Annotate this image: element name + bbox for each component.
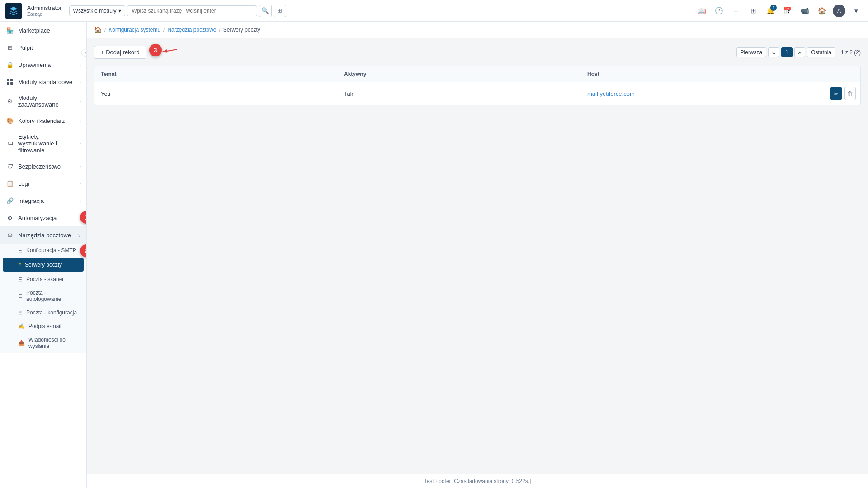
- chevron-down-icon: ∨: [78, 233, 81, 238]
- sidebar-label-etykiety: Etykiety, wyszukiwanie i filtrowanie: [18, 133, 76, 154]
- host-link[interactable]: mail.yetiforce.com: [587, 90, 635, 97]
- clock-icon[interactable]: 🕐: [712, 5, 725, 17]
- sidebar-submenu-item-poczta-konfiguracja[interactable]: ⊟ Poczta - konfiguracja: [0, 306, 86, 319]
- table-header: Temat Aktywny Host: [94, 66, 860, 82]
- cell-host: mail.yetiforce.com: [581, 86, 824, 102]
- sidebar-item-pulpit[interactable]: ⊞ Pulpit: [0, 39, 86, 56]
- automatyzacja-wrapper: ⚙ Automatyzacja › 1: [0, 209, 86, 226]
- chevron-right-icon: ›: [80, 198, 81, 203]
- table-icon[interactable]: ⊞: [747, 5, 760, 17]
- pagination-first[interactable]: Pierwsza: [736, 47, 767, 57]
- delete-button[interactable]: 🗑: [844, 87, 856, 100]
- logo[interactable]: [5, 3, 22, 19]
- topbar: Administrator Zarząd Wszystkie moduły ▾ …: [0, 0, 868, 22]
- svg-rect-2: [7, 82, 9, 85]
- user-role: Zarząd: [27, 11, 62, 17]
- sidebar-label-automatyzacja: Automatyzacja: [18, 215, 76, 221]
- logi-icon: 📋: [5, 179, 14, 188]
- pagination-last[interactable]: Ostatnia: [807, 47, 835, 57]
- serwery-icon: ≡: [18, 262, 21, 268]
- sidebar-collapse-button[interactable]: ‹: [81, 49, 87, 57]
- sidebar-item-uprawnienia[interactable]: 🔒 Uprawnienia ›: [0, 56, 86, 73]
- page-content: + Dodaj rekord 3 Pierwsza « 1 » Ostatnia…: [87, 38, 868, 474]
- bell-icon[interactable]: 🔔 1: [764, 5, 777, 17]
- avatar[interactable]: A: [833, 5, 845, 17]
- chevron-right-icon: ›: [80, 216, 81, 221]
- calendar-icon[interactable]: 📅: [781, 5, 794, 17]
- toolbar: + Dodaj rekord 3 Pierwsza « 1 » Ostatnia…: [94, 46, 861, 59]
- sidebar-item-bezpieczenstwo[interactable]: 🛡 Bezpieczeństwo ›: [0, 158, 86, 175]
- search-icon: 🔍: [261, 7, 269, 14]
- smtp-icon: ⊟: [18, 247, 23, 253]
- plus-icon[interactable]: +: [730, 5, 742, 17]
- edit-icon: ✏: [834, 90, 839, 97]
- label-konfiguracja-smtp: Konfiguracja - SMTP: [26, 247, 76, 253]
- cell-aktywny: Tak: [338, 86, 581, 102]
- footer-text: Test Footer [Czas ładowania strony: 0.52…: [424, 478, 531, 484]
- chevron-down-icon[interactable]: ▾: [850, 5, 863, 17]
- sidebar-item-logi[interactable]: 📋 Logi ›: [0, 175, 86, 192]
- sidebar-submenu-item-wiadomosci[interactable]: 📤 Wiadomości do wysłania: [0, 333, 86, 353]
- grid-icon: ⊞: [277, 7, 282, 14]
- col-header-actions: [824, 66, 860, 82]
- sidebar-submenu-item-poczta-skaner[interactable]: ⊟ Poczta - skaner: [0, 272, 86, 286]
- add-record-button[interactable]: + Dodaj rekord: [94, 46, 146, 59]
- sidebar: ‹ 🏪 Marketplace ⊞ Pulpit 🔒 Uprawnienia ›…: [0, 22, 87, 488]
- topbar-actions: 📖 🕐 + ⊞ 🔔 1 📅 📹 🏠 A ▾: [695, 5, 863, 17]
- pagination-info: 1 z 2 (2): [841, 49, 861, 56]
- sidebar-item-kolory[interactable]: 🎨 Kolory i kalendarz ›: [0, 112, 86, 129]
- breadcrumb-narzedzia-pocztowe[interactable]: Narzędzia pocztowe: [167, 27, 216, 33]
- sidebar-item-moduly-standardowe[interactable]: Moduły standardowe ›: [0, 73, 86, 90]
- moduly-std-icon: [5, 77, 14, 86]
- grid-view-button[interactable]: ⊞: [274, 5, 286, 17]
- sidebar-item-automatyzacja[interactable]: ⚙ Automatyzacja ›: [0, 209, 86, 226]
- pagination-current[interactable]: 1: [781, 47, 793, 57]
- sidebar-item-moduly-zaawansowane[interactable]: ⚙ Moduły zaawansowane ›: [0, 90, 86, 112]
- home-breadcrumb-icon[interactable]: 🏠: [94, 26, 102, 33]
- sidebar-submenu-item-podpis-email[interactable]: ✍ Podpis e-mail: [0, 319, 86, 333]
- konfiguracja-smtp-wrapper: ⊟ Konfiguracja - SMTP 2: [0, 244, 86, 257]
- narzedzia-icon: ✉: [5, 230, 14, 239]
- col-header-aktywny: Aktywny: [338, 66, 581, 82]
- sidebar-label-uprawnienia: Uprawnienia: [18, 61, 76, 68]
- label-podpis-email: Podpis e-mail: [28, 323, 61, 329]
- breadcrumb-konfiguracja-systemu[interactable]: Konfiguracja systemu: [108, 27, 160, 33]
- search-input[interactable]: [127, 5, 257, 16]
- breadcrumb-sep-3: /: [219, 27, 220, 33]
- label-wiadomosci: Wiadomości do wysłania: [28, 337, 81, 349]
- bezp-icon: 🛡: [5, 162, 14, 171]
- svg-rect-3: [10, 82, 13, 85]
- cell-actions: ✏ 🗑: [824, 82, 860, 105]
- home-icon[interactable]: 🏠: [816, 5, 828, 17]
- sidebar-label-logi: Logi: [18, 180, 76, 187]
- sidebar-item-integracja[interactable]: 🔗 Integracja ›: [0, 192, 86, 209]
- chevron-right-icon: ›: [80, 181, 81, 186]
- module-selector[interactable]: Wszystkie moduły ▾: [69, 5, 125, 16]
- pagination-next[interactable]: »: [794, 47, 806, 57]
- sidebar-label-kolory: Kolory i kalendarz: [18, 117, 76, 124]
- sidebar-submenu-item-konfiguracja-smtp[interactable]: ⊟ Konfiguracja - SMTP: [0, 244, 86, 257]
- sidebar-item-etykiety[interactable]: 🏷 Etykiety, wyszukiwanie i filtrowanie ›: [0, 129, 86, 158]
- narzedzia-submenu: ⊟ Konfiguracja - SMTP 2 ≡ Serwery poczty…: [0, 244, 86, 353]
- konfiguracja-icon: ⊟: [18, 310, 23, 316]
- chevron-right-icon: ›: [80, 118, 81, 123]
- svg-line-5: [162, 49, 177, 52]
- search-button[interactable]: 🔍: [259, 5, 272, 17]
- autologowanie-icon: ⊟: [18, 293, 23, 299]
- pagination: Pierwsza « 1 » Ostatnia 1 z 2 (2): [736, 47, 861, 57]
- breadcrumb-sep-2: /: [163, 27, 165, 33]
- video-icon[interactable]: 📹: [798, 5, 811, 17]
- sidebar-item-marketplace[interactable]: 🏪 Marketplace: [0, 22, 86, 39]
- sidebar-submenu-item-serwery-poczty[interactable]: ≡ Serwery poczty: [3, 258, 84, 272]
- breadcrumb-serwery-poczty: Serwery poczty: [223, 27, 260, 33]
- sidebar-item-narzedzia-pocztowe[interactable]: ✉ Narzędzia pocztowe ∨: [0, 226, 86, 244]
- edit-button[interactable]: ✏: [830, 87, 842, 100]
- sidebar-submenu-item-poczta-autologowanie[interactable]: ⊟ Poczta - autologowanie: [0, 286, 86, 306]
- search-area: Wszystkie moduły ▾ 🔍 ⊞: [69, 5, 286, 17]
- sidebar-label-moduly-std: Moduły standardowe: [18, 79, 76, 85]
- pagination-prev[interactable]: «: [768, 47, 779, 57]
- book-icon[interactable]: 📖: [695, 5, 708, 17]
- chevron-right-icon: ›: [80, 141, 81, 146]
- label-poczta-konfiguracja: Poczta - konfiguracja: [26, 310, 77, 316]
- chevron-right-icon: ›: [80, 62, 81, 67]
